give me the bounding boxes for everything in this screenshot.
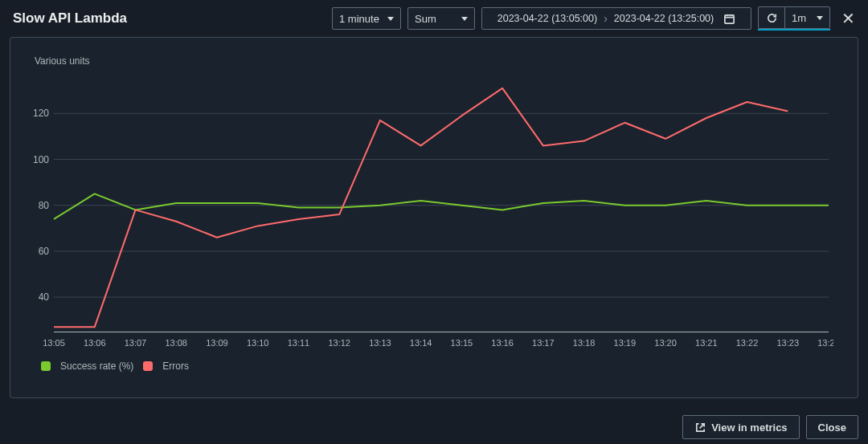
arrow-right-icon: ›	[604, 12, 608, 25]
svg-rect-0	[725, 14, 734, 22]
view-in-metrics-label: View in metrics	[711, 422, 787, 434]
svg-text:120: 120	[33, 108, 49, 119]
refresh-button[interactable]	[758, 6, 785, 29]
range-start: 2023-04-22 (13:05:00)	[497, 13, 597, 24]
svg-text:13:05: 13:05	[43, 338, 65, 348]
svg-text:13:18: 13:18	[573, 338, 596, 348]
svg-text:60: 60	[39, 246, 50, 257]
refresh-group: 1m	[758, 6, 830, 31]
legend-swatch-success	[41, 361, 51, 371]
close-icon[interactable]: ✕	[837, 10, 858, 26]
svg-text:13:10: 13:10	[247, 338, 269, 348]
svg-text:13:15: 13:15	[451, 338, 473, 348]
legend-swatch-errors	[143, 361, 153, 371]
statistic-value: Sum	[415, 13, 436, 25]
svg-text:13:14: 13:14	[410, 338, 432, 348]
period-value: 1 minute	[339, 13, 379, 25]
chevron-down-icon	[461, 17, 468, 21]
refresh-interval-value: 1m	[792, 12, 806, 24]
close-label: Close	[818, 422, 846, 434]
svg-text:13:21: 13:21	[695, 338, 718, 348]
svg-text:13:08: 13:08	[165, 338, 187, 348]
chevron-down-icon	[817, 16, 823, 20]
view-in-metrics-button[interactable]: View in metrics	[682, 415, 799, 439]
svg-text:13:16: 13:16	[491, 338, 514, 348]
svg-text:13:24: 13:24	[817, 338, 833, 348]
svg-text:100: 100	[33, 154, 49, 165]
svg-text:13:06: 13:06	[84, 338, 106, 348]
svg-text:13:17: 13:17	[532, 338, 555, 348]
chevron-down-icon	[387, 17, 394, 21]
svg-text:13:09: 13:09	[206, 338, 228, 348]
y-axis-label: Various units	[35, 55, 845, 67]
external-link-icon	[694, 422, 706, 434]
chart-plot[interactable]: 40608010012013:0513:0613:0713:0813:0913:…	[30, 81, 833, 354]
svg-text:13:19: 13:19	[614, 338, 637, 348]
refresh-interval-select[interactable]: 1m	[785, 6, 830, 29]
svg-text:13:22: 13:22	[736, 338, 759, 348]
chart-legend: Success rate (%) Errors	[41, 360, 845, 372]
legend-label-success: Success rate (%)	[60, 360, 133, 372]
period-select[interactable]: 1 minute	[332, 7, 401, 30]
calendar-icon	[723, 13, 735, 25]
svg-text:13:20: 13:20	[654, 338, 677, 348]
svg-text:13:07: 13:07	[125, 338, 147, 348]
svg-text:13:12: 13:12	[328, 338, 350, 348]
statistic-select[interactable]: Sum	[407, 7, 475, 30]
close-button[interactable]: Close	[806, 415, 858, 439]
svg-text:13:13: 13:13	[369, 338, 391, 348]
chart-panel: Various units 40608010012013:0513:0613:0…	[10, 37, 858, 398]
page-title: Slow API Lambda	[13, 10, 127, 26]
range-end: 2023-04-22 (13:25:00)	[614, 13, 714, 24]
legend-label-errors: Errors	[162, 360, 189, 372]
refresh-icon	[766, 12, 778, 24]
svg-text:13:11: 13:11	[288, 338, 310, 348]
svg-text:13:23: 13:23	[776, 338, 799, 348]
svg-text:80: 80	[39, 200, 50, 211]
time-range-picker[interactable]: 2023-04-22 (13:05:00) › 2023-04-22 (13:2…	[481, 7, 751, 30]
svg-text:40: 40	[39, 291, 50, 303]
